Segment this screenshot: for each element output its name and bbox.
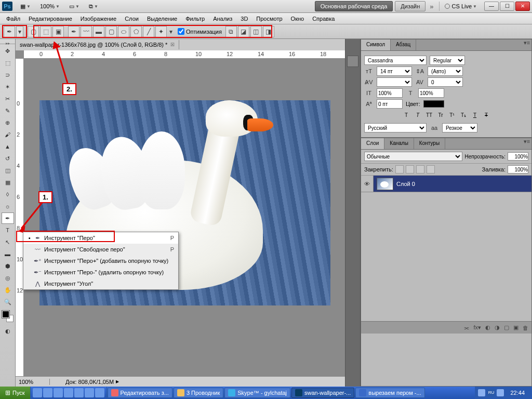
font-size-select[interactable]: 14 пт	[377, 66, 412, 76]
menu-window[interactable]: Окно	[287, 14, 309, 23]
dodge-tool[interactable]: ☼	[2, 201, 14, 212]
blur-tool[interactable]: ◊	[2, 189, 14, 200]
menu-3d[interactable]: 3D	[236, 14, 252, 23]
type-tool[interactable]: T	[2, 224, 14, 236]
style-smallcaps[interactable]: Tr	[436, 112, 445, 120]
shape-tool[interactable]: ▬	[2, 248, 14, 260]
gradient-tool[interactable]: ▦	[2, 177, 14, 188]
tray-icon[interactable]	[497, 389, 504, 396]
task-button[interactable]: Редактировать з...	[108, 388, 172, 398]
hscale-input[interactable]	[418, 88, 444, 98]
stamp-tool[interactable]: ▲	[2, 141, 14, 152]
tray-icon[interactable]	[478, 389, 485, 396]
style-strike[interactable]: Ŧ	[482, 112, 491, 120]
ql-icon[interactable]	[64, 388, 73, 397]
clock[interactable]: 22:44	[506, 390, 529, 396]
move-tool[interactable]: ✥	[2, 45, 14, 57]
ql-icon[interactable]	[43, 388, 52, 397]
visibility-eye-icon[interactable]: 👁	[361, 176, 374, 192]
menu-view[interactable]: Просмотр	[252, 14, 286, 23]
close-tab-icon[interactable]: ☒	[170, 42, 175, 47]
close-button[interactable]: ✕	[515, 2, 530, 11]
style-superscript[interactable]: T¹	[447, 112, 457, 120]
quick-select-tool[interactable]: ✶	[2, 81, 14, 92]
menu-filter[interactable]: Фильтр	[181, 14, 209, 23]
workspace-more-icon[interactable]: »	[427, 3, 436, 10]
tracking-select[interactable]: 0	[428, 77, 463, 87]
menu-help[interactable]: Справка	[308, 14, 339, 23]
style-underline[interactable]: T	[470, 112, 480, 120]
brush-tool[interactable]: 🖌	[2, 129, 14, 140]
vscale-input[interactable]	[377, 88, 403, 98]
opacity-input[interactable]	[508, 152, 528, 161]
canvas[interactable]	[24, 59, 345, 376]
zoom-level[interactable]: 100%▼	[36, 2, 63, 11]
tab-layers[interactable]: Слои	[361, 138, 384, 149]
kerning-select[interactable]	[377, 77, 412, 87]
ql-icon[interactable]	[85, 388, 94, 397]
layer-name[interactable]: Слой 0	[396, 181, 415, 187]
panel-menu-icon[interactable]: ▾≡	[522, 138, 531, 149]
new-layer-icon[interactable]: ▣	[513, 324, 518, 331]
menu-layers[interactable]: Слои	[121, 14, 143, 23]
lock-transparency-icon[interactable]	[395, 165, 404, 174]
leading-select[interactable]: (Авто)	[428, 66, 463, 76]
tab-character[interactable]: Символ	[361, 39, 391, 50]
flyout-convert-point[interactable]: ⋀Инструмент "Угол"	[23, 278, 178, 289]
lock-image-icon[interactable]	[406, 165, 414, 174]
menu-image[interactable]: Изображение	[76, 14, 121, 23]
ql-icon[interactable]	[54, 388, 63, 397]
status-docinfo[interactable]: Док: 808,0K/1,05M	[65, 379, 114, 385]
link-layers-icon[interactable]: ⫘	[463, 325, 469, 331]
menu-edit[interactable]: Редактирование	[24, 14, 76, 23]
adjustment-layer-icon[interactable]: ◑	[495, 324, 500, 331]
task-button[interactable]: swan-wallpaper-...	[291, 388, 354, 398]
eyedropper-tool[interactable]: ✎	[2, 105, 14, 116]
3d-camera-tool[interactable]: ◎	[2, 272, 14, 284]
lock-position-icon[interactable]	[416, 165, 424, 174]
layer-group-icon[interactable]: ▢	[504, 324, 509, 331]
style-subscript[interactable]: T₁	[459, 112, 468, 120]
marquee-tool[interactable]: ⬚	[2, 57, 14, 69]
path-select-tool[interactable]: ↖	[2, 236, 14, 248]
layer-mask-icon[interactable]: ◐	[485, 324, 490, 331]
crop-tool[interactable]: ✂	[2, 93, 14, 104]
tab-paths[interactable]: Контуры	[414, 138, 445, 149]
color-swatches[interactable]	[2, 311, 14, 322]
status-zoom[interactable]: 100%	[19, 379, 50, 385]
flyout-pen[interactable]: ▪✒Инструмент "Перо"P	[23, 232, 178, 244]
blend-mode-select[interactable]: Обычные	[364, 152, 462, 161]
layer-thumbnail[interactable]	[377, 178, 393, 190]
style-italic[interactable]: T	[413, 112, 422, 120]
zoom-tool[interactable]: 🔍	[2, 296, 14, 308]
style-bold[interactable]: T	[402, 112, 411, 120]
hand-tool[interactable]: ✋	[2, 284, 14, 296]
panel-menu-icon[interactable]: ▾≡	[522, 39, 531, 50]
workspace-essentials[interactable]: Основная рабочая среда	[315, 1, 393, 11]
layer-fx-icon[interactable]: fx▾	[473, 324, 481, 331]
tab-paragraph[interactable]: Абзац	[391, 39, 416, 50]
quick-mask-toggle[interactable]: ◐	[2, 325, 14, 337]
menu-analysis[interactable]: Анализ	[209, 14, 236, 23]
font-family-select[interactable]: Cassandra	[364, 56, 427, 65]
maximize-button[interactable]: ☐	[500, 2, 514, 11]
delete-layer-icon[interactable]: 🗑	[523, 325, 528, 331]
screen-mode[interactable]: ⧉▼	[85, 2, 102, 11]
flyout-add-anchor[interactable]: ✒⁺Инструмент "Перо+" (добавить опорную т…	[23, 255, 178, 267]
healing-tool[interactable]: ⊕	[2, 117, 14, 128]
layer-row[interactable]: 👁 Слой 0	[361, 176, 531, 192]
ql-icon[interactable]	[74, 388, 84, 397]
language-select[interactable]: Русский	[364, 123, 427, 132]
document-tab[interactable]: swan-wallpaper-1366x768.jpg @ 100% (Слой…	[16, 40, 179, 49]
workspace-design[interactable]: Дизайн	[395, 1, 425, 11]
font-style-select[interactable]: Regular	[430, 56, 465, 65]
task-button[interactable]: 3 Проводник	[174, 388, 223, 398]
menu-file[interactable]: Файл	[2, 14, 24, 23]
history-brush-tool[interactable]: ↺	[2, 153, 14, 164]
tab-channels[interactable]: Каналы	[384, 138, 414, 149]
menu-select[interactable]: Выделение	[143, 14, 181, 23]
tray-icon[interactable]: RU	[487, 389, 495, 396]
pen-tool[interactable]: ✒	[2, 212, 14, 224]
bridge-menu[interactable]: ▦▼	[17, 2, 34, 11]
3d-tool[interactable]: ⬢	[2, 260, 14, 272]
